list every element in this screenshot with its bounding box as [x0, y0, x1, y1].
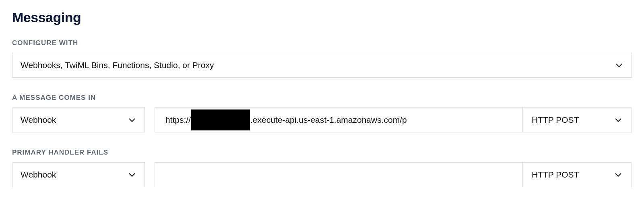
message-handler-value: Webhook [21, 115, 56, 125]
message-method-value: HTTP POST [532, 115, 579, 125]
fallback-handler-value: Webhook [21, 170, 56, 180]
message-url-input[interactable]: https://.execute-api.us-east-1.amazonaws… [155, 107, 522, 132]
chevron-down-icon [128, 116, 136, 124]
chevron-down-icon [614, 116, 623, 124]
chevron-down-icon [128, 170, 136, 179]
message-url-suffix: .execute-api.us-east-1.amazonaws.com/p [250, 115, 407, 125]
configure-with-select[interactable]: Webhooks, TwiML Bins, Functions, Studio,… [12, 53, 632, 78]
fallback-url-input[interactable] [155, 162, 522, 187]
configure-with-value: Webhooks, TwiML Bins, Functions, Studio,… [21, 60, 214, 70]
message-url-prefix: https:// [165, 115, 191, 125]
primary-handler-fails-label: PRIMARY HANDLER FAILS [12, 149, 632, 157]
message-comes-in-label: A MESSAGE COMES IN [12, 94, 632, 102]
fallback-method-select[interactable]: HTTP POST [522, 162, 632, 187]
redacted-block [191, 109, 250, 130]
section-title: Messaging [12, 10, 632, 25]
message-handler-select[interactable]: Webhook [12, 107, 145, 132]
fallback-method-value: HTTP POST [532, 170, 579, 180]
message-method-select[interactable]: HTTP POST [522, 107, 632, 132]
fallback-handler-select[interactable]: Webhook [12, 162, 145, 187]
chevron-down-icon [614, 170, 623, 179]
chevron-down-icon [615, 61, 623, 70]
configure-with-label: CONFIGURE WITH [12, 39, 632, 47]
